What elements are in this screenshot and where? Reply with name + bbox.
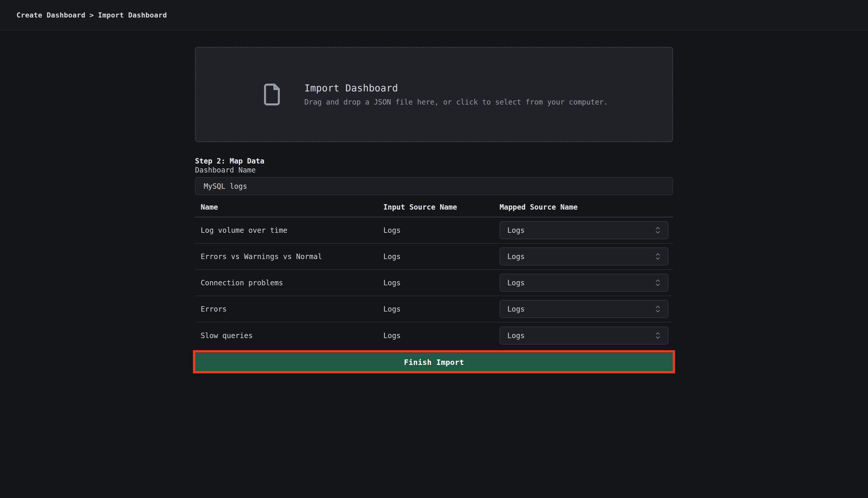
select-value: Logs bbox=[507, 252, 525, 261]
row-input-source: Logs bbox=[383, 226, 500, 235]
table-row: Slow queries Logs Logs bbox=[195, 323, 673, 349]
file-icon bbox=[260, 82, 284, 107]
row-input-source: Logs bbox=[383, 305, 500, 313]
header-mapped-source: Mapped Source Name bbox=[500, 203, 673, 212]
top-bar: Create Dashboard>Import Dashboard bbox=[0, 0, 868, 30]
mapped-source-select[interactable]: Logs bbox=[500, 300, 668, 318]
row-input-source: Logs bbox=[383, 279, 500, 287]
select-value: Logs bbox=[507, 279, 525, 287]
table-row: Connection problems Logs Logs bbox=[195, 270, 673, 296]
mapped-source-select[interactable]: Logs bbox=[500, 274, 668, 292]
table-row: Errors vs Warnings vs Normal Logs Logs bbox=[195, 244, 673, 270]
table-row: Log volume over time Logs Logs bbox=[195, 217, 673, 244]
chevron-up-down-icon bbox=[654, 225, 662, 235]
mapped-source-select[interactable]: Logs bbox=[500, 221, 668, 239]
dashboard-name-label: Dashboard Name bbox=[195, 166, 256, 174]
breadcrumb-separator: > bbox=[90, 11, 94, 19]
select-value: Logs bbox=[507, 305, 525, 313]
chevron-up-down-icon bbox=[654, 251, 662, 262]
mapping-table: Name Input Source Name Mapped Source Nam… bbox=[195, 203, 673, 349]
row-name: Slow queries bbox=[201, 331, 383, 340]
finish-import-area: Finish Import bbox=[195, 353, 673, 371]
mapped-source-select[interactable]: Logs bbox=[500, 247, 668, 265]
row-name: Connection problems bbox=[201, 279, 383, 287]
select-value: Logs bbox=[507, 226, 525, 235]
table-header-row: Name Input Source Name Mapped Source Nam… bbox=[195, 203, 673, 217]
breadcrumb: Create Dashboard>Import Dashboard bbox=[16, 11, 167, 19]
import-wizard: Import Dashboard Drag and drop a JSON fi… bbox=[195, 47, 673, 371]
dropzone-title: Import Dashboard bbox=[304, 83, 608, 94]
row-name: Errors bbox=[201, 305, 383, 313]
chevron-up-down-icon bbox=[654, 304, 662, 314]
select-value: Logs bbox=[507, 331, 525, 340]
file-dropzone[interactable]: Import Dashboard Drag and drop a JSON fi… bbox=[195, 47, 673, 142]
dashboard-name-input[interactable] bbox=[195, 177, 673, 195]
chevron-up-down-icon bbox=[654, 278, 662, 288]
dropzone-text: Import Dashboard Drag and drop a JSON fi… bbox=[304, 83, 608, 106]
breadcrumb-import-dashboard[interactable]: Import Dashboard bbox=[98, 11, 167, 19]
chevron-up-down-icon bbox=[654, 330, 662, 341]
header-name: Name bbox=[201, 203, 383, 212]
row-name: Log volume over time bbox=[201, 226, 383, 235]
finish-import-button[interactable]: Finish Import bbox=[195, 353, 673, 371]
row-input-source: Logs bbox=[383, 252, 500, 261]
table-row: Errors Logs Logs bbox=[195, 296, 673, 323]
mapped-source-select[interactable]: Logs bbox=[500, 327, 668, 344]
step-heading: Step 2: Map Data bbox=[195, 157, 673, 166]
row-name: Errors vs Warnings vs Normal bbox=[201, 252, 383, 261]
header-input-source: Input Source Name bbox=[383, 203, 500, 212]
row-input-source: Logs bbox=[383, 331, 500, 340]
breadcrumb-create-dashboard[interactable]: Create Dashboard bbox=[16, 11, 85, 19]
dropzone-subtitle: Drag and drop a JSON file here, or click… bbox=[304, 98, 608, 106]
